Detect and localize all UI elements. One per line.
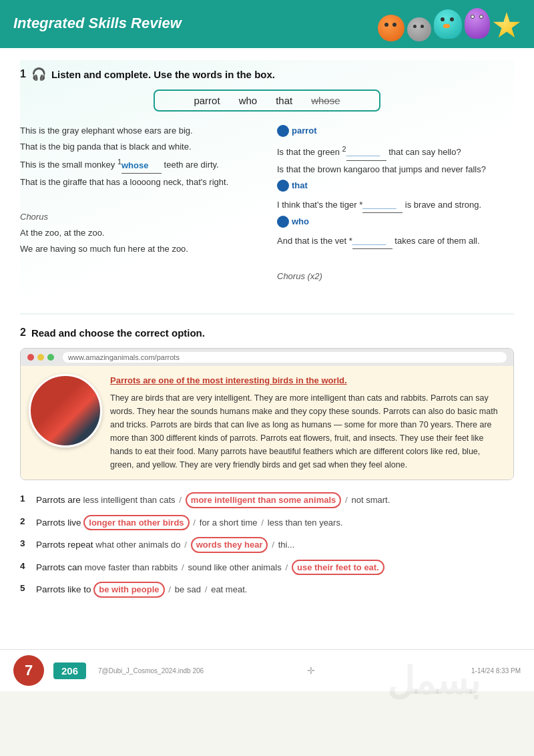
mcq1-opt3: not smart. — [352, 495, 390, 505]
mcq4-opt3: use their feet to eat. — [292, 560, 384, 576]
filename: 7@Dubi_J_Cosmos_2024.indb 206 — [98, 667, 204, 675]
section1-instruction: Listen and complete. Use the words in th… — [51, 69, 275, 80]
mcq5-opt2: be sad — [175, 584, 201, 594]
browser-dot-yellow — [37, 354, 44, 361]
page-title: Integrated Skills Review — [13, 15, 182, 32]
chorus-l2: We are having so much fun here at the zo… — [20, 242, 257, 256]
bubble-dot-parrot — [277, 125, 289, 137]
mcq-list: 1 Parrots are less intelligent than cats… — [20, 492, 514, 598]
mcq-num-5: 5 — [20, 582, 31, 595]
mcq-text-3: Parrots repeat what other animals do / w… — [36, 537, 514, 553]
lyrics-left: This is the gray elephant whose ears are… — [20, 124, 257, 285]
section2: 2 Read and choose the correct option. ww… — [20, 327, 514, 597]
mascots-area — [378, 8, 521, 39]
bubble-text-parrot: parrot — [292, 124, 317, 138]
chorus-left-label: Chorus — [20, 210, 257, 224]
mcq-text-1: Parrots are less intelligent than cats /… — [36, 492, 514, 508]
word-box: parrot who that whose — [154, 89, 380, 112]
word-parrot: parrot — [194, 95, 220, 106]
mcq2-opt2: for a short time — [200, 518, 258, 528]
browser-text: Parrots are one of the most interesting … — [110, 374, 505, 471]
bubble-dot-who — [277, 216, 289, 228]
lyric-r4a: who — [277, 214, 514, 232]
browser-dot-red — [27, 354, 34, 361]
lyric-r4-text: And that is the vet *_______ takes care … — [277, 234, 514, 249]
browser-article-title: Parrots are one of the most interesting … — [110, 374, 505, 388]
mcq4-opt1: move faster than rabbits — [85, 562, 178, 572]
mcq1-opt2: more intelligent than some animals — [186, 492, 341, 508]
chorus-l1: At the zoo, at the zoo. — [20, 226, 257, 240]
lyrics-container: This is the gray elephant whose ears are… — [20, 124, 514, 285]
headphones-icon: 🎧 — [31, 67, 46, 81]
mcq-item-5: 5 Parrots like to be with people / be sa… — [20, 582, 514, 598]
section2-number: 2 — [20, 327, 26, 339]
mascot-orange — [378, 15, 405, 41]
mcq-item-3: 3 Parrots repeat what other animals do /… — [20, 537, 514, 553]
mcq-num-1: 1 — [20, 492, 31, 506]
mcq2-opt1: longer than other birds — [83, 515, 189, 531]
mcq-text-4: Parrots can move faster than rabbits / s… — [36, 560, 514, 576]
page-header: Integrated Skills Review — [0, 0, 534, 48]
section1-number: 1 — [20, 68, 26, 80]
mcq3-opt1: what other animals do — [95, 540, 180, 550]
mcq-num-4: 4 — [20, 560, 31, 573]
mascot-purple — [465, 8, 490, 39]
lyric-r1-text: Is that the green 2_______ that can say … — [277, 143, 514, 160]
blank2: _______ — [346, 145, 386, 160]
lyric-r3-text: I think that's the tiger *_______ is bra… — [277, 198, 514, 213]
blank3: _______ — [362, 198, 403, 213]
page-number: 206 — [53, 663, 86, 679]
mascot-teal — [434, 9, 462, 39]
bottom-bar: 7 206 7@Dubi_J_Cosmos_2024.indb 206 ✛ 1-… — [0, 649, 534, 691]
blank1-answer: whose — [121, 158, 162, 174]
section1: 1 🎧 Listen and complete. Use the words i… — [20, 60, 514, 301]
main-content: 1 🎧 Listen and complete. Use the words i… — [0, 48, 534, 649]
mascot-gray — [407, 17, 431, 41]
mcq2-opt3: less than ten years. — [268, 518, 343, 528]
mcq-item-2: 2 Parrots live longer than other birds /… — [20, 515, 514, 531]
word-that: that — [276, 95, 292, 106]
bubble-text-that: that — [292, 178, 308, 193]
mcq5-opt1: be with people — [93, 582, 164, 598]
browser-window: www.amazinganimals.com/parrots Parrots a… — [20, 348, 514, 480]
browser-bar: www.amazinganimals.com/parrots — [21, 349, 513, 366]
parrot-image — [29, 374, 102, 447]
lyric-r1: parrot — [277, 124, 514, 142]
mcq-item-1: 1 Parrots are less intelligent than cats… — [20, 492, 514, 508]
word-who: who — [239, 95, 258, 106]
mcq-item-4: 4 Parrots can move faster than rabbits /… — [20, 560, 514, 576]
browser-url: www.amazinganimals.com/parrots — [63, 352, 507, 363]
browser-content: Parrots are one of the most interesting … — [21, 366, 513, 480]
lyric-l4: That is the giraffe that has a loooong n… — [20, 175, 257, 190]
browser-dot-green — [47, 354, 54, 361]
word-whose: whose — [311, 95, 340, 106]
section2-instruction: Read and choose the correct option. — [31, 327, 205, 339]
mcq-text-2: Parrots live longer than other birds / f… — [36, 515, 514, 531]
mcq5-opt3: eat meat. — [211, 584, 247, 594]
lyric-l3: This is the small monkey 1whose teeth ar… — [20, 156, 257, 173]
bubble-who: who — [277, 214, 309, 229]
mcq3-opt2: words they hear — [191, 537, 268, 553]
section-divider — [20, 313, 514, 315]
mcq-num-2: 2 — [20, 515, 31, 528]
compass-center-icon: ✛ — [307, 665, 315, 676]
lyric-r2: Is that the brown kangaroo that jumps an… — [277, 162, 514, 177]
section2-header: 2 Read and choose the correct option. — [20, 327, 514, 339]
chorus-right-label: Chorus (x2) — [277, 269, 514, 284]
blank4: _______ — [352, 234, 392, 249]
mcq-num-3: 3 — [20, 537, 31, 550]
lyrics-right: parrot Is that the green 2_______ that c… — [277, 124, 514, 285]
bubble-text-who: who — [292, 214, 309, 229]
bubble-dot-that — [277, 180, 289, 192]
browser-article-body: They are birds that are very intelligent… — [110, 391, 505, 471]
bubble-parrot: parrot — [277, 124, 317, 138]
lyric-l2: That is the big panda that is black and … — [20, 140, 257, 154]
mcq1-opt1: less intelligent than cats — [83, 495, 176, 505]
mcq-text-5: Parrots like to be with people / be sad … — [36, 582, 514, 598]
lyric-l1: This is the gray elephant whose ears are… — [20, 124, 257, 138]
chapter-number: 7 — [13, 655, 44, 686]
mcq4-opt2: sound like other animals — [188, 562, 282, 572]
section1-header: 1 🎧 Listen and complete. Use the words i… — [20, 67, 514, 81]
mascot-star — [493, 12, 521, 40]
mcq3-opt3: thi... — [278, 540, 295, 550]
